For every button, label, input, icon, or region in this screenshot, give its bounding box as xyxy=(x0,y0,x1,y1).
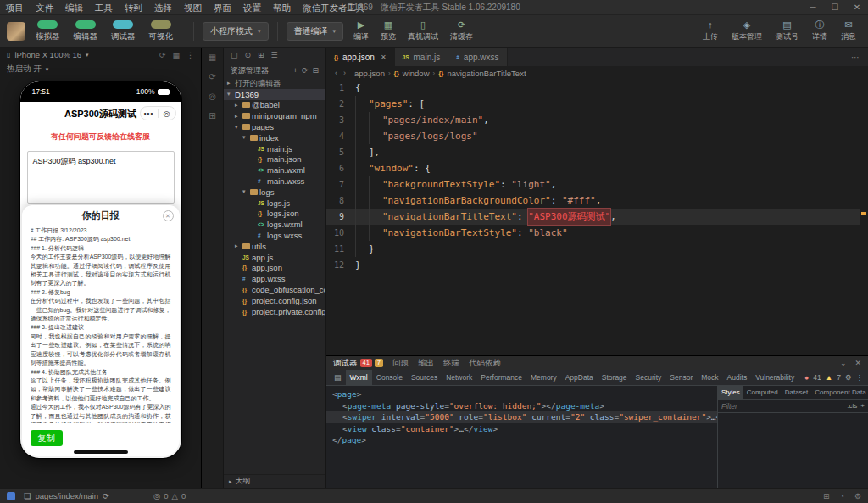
code-line[interactable]: 4"pages/logs/logs" xyxy=(326,128,868,144)
add-style-icon[interactable]: + xyxy=(860,402,865,410)
chevron-down-icon[interactable]: ⌄ xyxy=(840,359,847,367)
editor-tab[interactable]: JSmain.js xyxy=(395,48,449,66)
cls-toggle[interactable]: .cls xyxy=(847,402,857,410)
styles-tab-computed[interactable]: Computed xyxy=(743,386,782,399)
code-line[interactable]: 8"navigationBarBackgroundColor": "#fff", xyxy=(326,193,868,209)
tree-item[interactable]: {}logs.json xyxy=(224,209,326,220)
more-icon[interactable]: ••• xyxy=(141,109,158,117)
code-line[interactable]: 9"navigationBarTitleText": "ASP300源码测试", xyxy=(326,209,868,225)
toolbar-action-button[interactable]: ▯真机调试 xyxy=(408,20,438,42)
devtools-tab-audits[interactable]: Audits xyxy=(723,370,752,386)
devtools-tab-network[interactable]: Network xyxy=(442,370,476,386)
tree-item[interactable]: JSapp.js xyxy=(224,252,326,263)
restart-mode-selector[interactable]: 热启动 开 ▾ xyxy=(0,62,201,76)
phone-textarea[interactable]: ASP300源码 asp300.net xyxy=(27,151,175,204)
tree-item[interactable]: JSlogs.js xyxy=(224,198,326,209)
minimize-icon[interactable]: ─ xyxy=(802,0,824,15)
devtools-tab-appdata[interactable]: AppData xyxy=(561,370,598,386)
menu-item[interactable]: 界面 xyxy=(208,0,237,15)
wxml-node[interactable]: <page-meta page-style="overflow: hidden;… xyxy=(326,400,717,412)
toolbar-action-button[interactable]: ⟳清缓存 xyxy=(450,20,473,42)
search-icon[interactable]: ⊙ xyxy=(245,51,252,59)
styles-tab-component-data[interactable]: Component Data xyxy=(811,386,868,399)
breadcrumb-item[interactable]: window xyxy=(403,69,430,78)
current-page-path[interactable]: ❏ pages/index/main ⟳ xyxy=(24,491,109,500)
code-line[interactable]: 10"navigationBarTextStyle": "black" xyxy=(326,225,868,241)
toolbar-action-button[interactable]: ▤测试号 xyxy=(776,20,798,42)
styles-tab-dataset[interactable]: Dataset xyxy=(782,386,812,399)
styles-tab-styles[interactable]: Styles xyxy=(718,386,743,399)
devtools-tab-sources[interactable]: Sources xyxy=(407,370,442,386)
menu-item[interactable]: 工具 xyxy=(89,0,119,15)
breadcrumb-item[interactable]: navigationBarTitleText xyxy=(447,69,526,78)
tree-item[interactable]: #logs.wxss xyxy=(224,230,326,241)
compile-mode-select[interactable]: 普通编译 ▾ xyxy=(287,22,344,41)
devtools-tab-vulnerability[interactable]: Vulnerability xyxy=(751,370,798,386)
back-icon[interactable]: ‹ xyxy=(335,69,337,77)
menu-item[interactable]: 设置 xyxy=(237,0,267,15)
code-line[interactable]: 2"pages": [ xyxy=(326,96,868,112)
devtools-tab-memory[interactable]: Memory xyxy=(526,370,561,386)
menu-item[interactable]: 帮助 xyxy=(267,0,297,15)
maximize-icon[interactable]: ☐ xyxy=(824,0,846,15)
clock-icon[interactable]: ◔ xyxy=(839,492,843,500)
close-icon[interactable]: ✕ xyxy=(381,53,387,61)
collapse-all-icon[interactable]: ⊟ xyxy=(312,66,319,75)
list-icon[interactable]: ☰ xyxy=(271,51,278,59)
devtools-tab-wxml[interactable]: Wxml xyxy=(346,370,372,386)
tree-item[interactable]: {}code_obfuscation_conf... xyxy=(224,284,326,295)
toolbar-toggle[interactable]: 调试器 xyxy=(111,20,136,42)
close-circle-icon[interactable]: ◎ xyxy=(159,109,175,118)
tree-item[interactable]: {}project.private.config.js... xyxy=(224,306,326,317)
modal-close-icon[interactable]: ✕ xyxy=(163,210,174,221)
tree-item[interactable]: ▸utils xyxy=(224,241,326,252)
tree-item[interactable]: ▸miniprogram_npm xyxy=(224,110,326,121)
files-icon[interactable]: ▢ xyxy=(231,51,238,59)
outline-section[interactable]: ▸ 大纲 xyxy=(224,474,326,488)
menu-item[interactable]: 选择 xyxy=(148,0,178,15)
toolbar-action-button[interactable]: ⓘ详情 xyxy=(812,20,827,42)
code-line[interactable]: 6"window": { xyxy=(326,160,868,176)
toolbar-toggle[interactable]: 可视化 xyxy=(149,20,174,42)
toolbar-action-button[interactable]: ▦预览 xyxy=(381,20,396,42)
grid-icon[interactable]: ⊞ xyxy=(258,51,264,59)
devtools-tab-sensor[interactable]: Sensor xyxy=(665,370,697,386)
tree-item[interactable]: ▸打开的编辑器 xyxy=(224,78,326,89)
close-icon[interactable]: ✕ xyxy=(854,359,861,367)
tree-item[interactable]: JSmain.js xyxy=(224,143,326,154)
grid-icon[interactable]: ⊞ xyxy=(823,492,830,500)
wxml-node[interactable]: <view class="container">…</view> xyxy=(326,423,717,435)
devtools-tab-console[interactable]: Console xyxy=(372,370,407,386)
wxml-node[interactable]: </page> xyxy=(326,434,717,446)
toolbar-toggle[interactable]: 编辑器 xyxy=(74,20,98,42)
breadcrumb-item[interactable]: app.json xyxy=(354,69,385,78)
devtools-tab-performance[interactable]: Performance xyxy=(476,370,526,386)
add-panel-icon[interactable]: ⊞ xyxy=(209,111,215,120)
tree-item[interactable]: {}main.json xyxy=(224,154,326,165)
more-icon[interactable]: ⋮ xyxy=(186,51,194,59)
filter-input[interactable] xyxy=(721,402,843,411)
wxml-node[interactable]: <page> xyxy=(326,388,717,400)
rotate-icon[interactable]: ⟳ xyxy=(159,51,166,59)
tree-item[interactable]: ▾logs xyxy=(224,187,326,198)
tree-item[interactable]: {}app.json xyxy=(224,263,326,274)
device-toolbar-icon[interactable]: ▤ xyxy=(330,373,346,382)
copy-button[interactable]: 复制 xyxy=(31,430,63,446)
devtools-tab-security[interactable]: Security xyxy=(632,370,666,386)
refresh-icon[interactable]: ⟳ xyxy=(103,491,109,500)
editor-tab[interactable]: #app.wxss xyxy=(448,48,507,66)
editor-scrollbar[interactable] xyxy=(860,80,868,355)
tree-item[interactable]: <>logs.wxml xyxy=(224,219,326,230)
target-icon[interactable]: ◎ xyxy=(209,92,216,101)
debugger-panel-tab[interactable]: 调试器417 xyxy=(333,358,383,369)
code-line[interactable]: 3"pages/index/main", xyxy=(326,112,868,128)
wxml-node[interactable]: <swiper interval="5000" role="listbox" c… xyxy=(326,411,717,423)
tree-item[interactable]: #app.wxss xyxy=(224,273,326,284)
refresh-icon[interactable]: ⟳ xyxy=(209,72,215,81)
tree-item[interactable]: {}project.config.json xyxy=(224,295,326,306)
device-selector[interactable]: ▯ iPhone X 100% 16 ▾ ⟳ ▦ ⋮ xyxy=(0,48,201,62)
tree-item[interactable]: ▾D1369 xyxy=(224,89,326,100)
editor-tab[interactable]: {}app.json✕ xyxy=(326,48,395,66)
menu-item[interactable]: 视图 xyxy=(178,0,208,15)
tree-item[interactable]: #main.wxss xyxy=(224,176,326,187)
